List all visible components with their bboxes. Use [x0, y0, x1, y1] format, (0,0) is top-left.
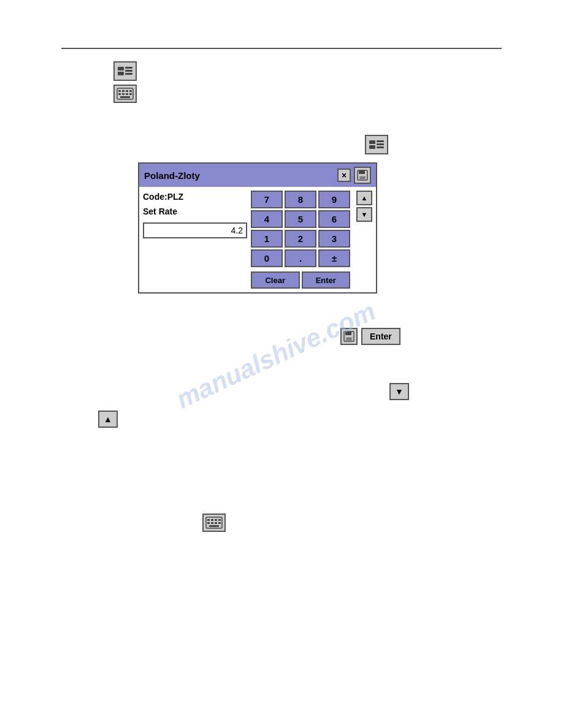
- keyboard-icon-2[interactable]: [202, 514, 226, 532]
- svg-rect-18: [377, 143, 384, 145]
- scroll-down-button[interactable]: ▼: [356, 207, 372, 222]
- svg-rect-0: [118, 67, 124, 70]
- dialog-left-panel: Code:PLZ Set Rate: [143, 191, 247, 289]
- svg-rect-21: [359, 170, 365, 174]
- save-enter-row: Enter: [340, 328, 400, 345]
- numpad-1[interactable]: 1: [251, 230, 283, 248]
- top-divider: [61, 48, 502, 49]
- svg-rect-31: [215, 519, 217, 521]
- svg-rect-23: [360, 176, 365, 179]
- numpad-0[interactable]: 0: [251, 249, 283, 267]
- svg-rect-10: [118, 93, 121, 95]
- svg-rect-11: [122, 93, 124, 95]
- numpad-2[interactable]: 2: [285, 230, 316, 248]
- svg-rect-25: [345, 332, 351, 335]
- page-container: Poland-Zloty × Code:PLZ Set Rate: [0, 0, 563, 728]
- keyboard-icon-1[interactable]: [113, 85, 137, 103]
- numpad-plusminus[interactable]: ±: [318, 249, 350, 267]
- rate-input[interactable]: [143, 222, 247, 238]
- svg-rect-36: [218, 522, 221, 524]
- svg-rect-30: [211, 519, 213, 521]
- svg-rect-4: [125, 73, 132, 75]
- set-rate-label: Set Rate: [143, 205, 247, 218]
- svg-rect-13: [129, 93, 132, 95]
- svg-rect-33: [207, 522, 210, 524]
- svg-rect-29: [207, 519, 210, 521]
- numpad-panel: 7 8 9 4 5 6 1 2 3 0 . ±: [251, 191, 350, 289]
- numpad-3[interactable]: 3: [318, 230, 350, 248]
- svg-rect-2: [125, 67, 132, 69]
- svg-rect-6: [118, 90, 121, 92]
- currency-dialog: Poland-Zloty × Code:PLZ Set Rate: [138, 162, 377, 294]
- svg-rect-17: [377, 140, 384, 142]
- svg-rect-7: [122, 90, 124, 92]
- svg-rect-15: [369, 140, 375, 144]
- svg-rect-3: [125, 70, 132, 72]
- numpad-5[interactable]: 5: [285, 210, 316, 228]
- svg-rect-27: [347, 338, 351, 340]
- svg-rect-19: [377, 146, 384, 148]
- numpad-dot[interactable]: .: [285, 249, 316, 267]
- svg-rect-37: [209, 525, 219, 527]
- svg-rect-8: [126, 90, 128, 92]
- code-label: Code:PLZ: [143, 191, 247, 203]
- numpad-9[interactable]: 9: [318, 191, 350, 208]
- svg-rect-34: [211, 522, 213, 524]
- numpad-4[interactable]: 4: [251, 210, 283, 228]
- svg-rect-14: [120, 96, 130, 98]
- numpad-7[interactable]: 7: [251, 191, 283, 208]
- scroll-up-button[interactable]: ▲: [356, 191, 372, 205]
- arrow-up-button[interactable]: ▲: [98, 411, 118, 428]
- clear-button[interactable]: Clear: [251, 271, 300, 289]
- dialog-body: Code:PLZ Set Rate 7 8 9 4 5 6 1 2: [139, 187, 376, 292]
- dialog-title: Poland-Zloty: [144, 170, 337, 181]
- numpad-6[interactable]: 6: [318, 210, 350, 228]
- dialog-scrollbar: ▲ ▼: [356, 191, 372, 289]
- svg-rect-35: [215, 522, 217, 524]
- dialog-titlebar: Poland-Zloty ×: [139, 164, 376, 187]
- numpad-8[interactable]: 8: [285, 191, 316, 208]
- tools-icon-1[interactable]: [113, 61, 137, 81]
- dialog-save-button[interactable]: [354, 167, 371, 184]
- dialog-close-button[interactable]: ×: [337, 169, 351, 182]
- svg-rect-12: [126, 93, 128, 95]
- numpad-action-row: Clear Enter: [251, 271, 350, 289]
- enter-button[interactable]: Enter: [361, 328, 400, 345]
- svg-rect-16: [369, 145, 375, 149]
- svg-rect-32: [218, 519, 221, 521]
- numpad-enter-button[interactable]: Enter: [302, 271, 351, 289]
- svg-rect-9: [129, 90, 132, 92]
- svg-rect-1: [118, 72, 124, 75]
- save-icon-small[interactable]: [340, 328, 358, 345]
- arrow-down-button[interactable]: ▼: [389, 383, 409, 400]
- tools-icon-2[interactable]: [365, 135, 388, 154]
- numpad-grid: 7 8 9 4 5 6 1 2 3 0 . ±: [251, 191, 350, 267]
